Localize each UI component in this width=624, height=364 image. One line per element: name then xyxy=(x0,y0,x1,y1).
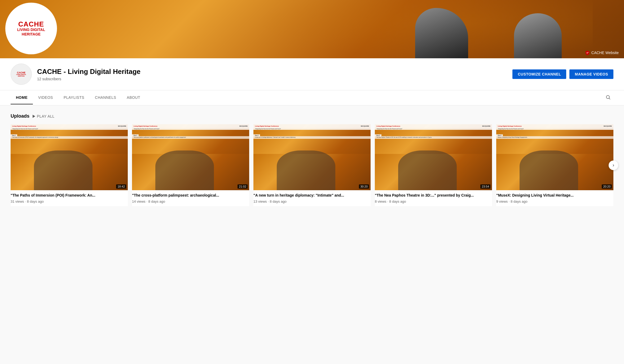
tab-videos[interactable]: VIDEOS xyxy=(33,91,58,104)
channel-subscribers: 12 subscribers xyxy=(37,77,140,81)
video-title-1: "The Paths of Immersion (POI) Framework:… xyxy=(11,193,128,198)
banner-logo-cache: CACHE xyxy=(18,21,44,28)
video-title-3: "A new turn in heritage diplomacy: "Inti… xyxy=(253,193,371,198)
thumb-conference-banner-5: Living Digital Heritage Conference MACQU… xyxy=(496,124,613,128)
play-all-label: PLAY ALL xyxy=(37,114,55,118)
thumb-conference-banner-4: Living Digital Heritage Conference MACQU… xyxy=(375,124,492,128)
play-icon xyxy=(33,115,35,118)
video-meta-2: 14 views · 8 days ago xyxy=(132,199,249,203)
video-meta-3: 13 views · 8 days ago xyxy=(253,199,371,203)
video-thumb-1: Living Digital Heritage Conference MACQU… xyxy=(11,124,128,190)
video-duration-5: 20:20 xyxy=(602,184,612,189)
video-title-5: "MuseX: Designing Living Virtual Heritag… xyxy=(496,193,613,198)
tab-home[interactable]: HOME xyxy=(11,91,33,104)
video-thumb-5: Living Digital Heritage Conference MACQU… xyxy=(496,124,613,190)
video-meta-1: 31 views · 8 days ago xyxy=(11,199,128,203)
channel-info: CACHE LIVING DIGITAL HERITAGE CACHE - Li… xyxy=(11,64,140,85)
video-card-2[interactable]: Living Digital Heritage Conference MACQU… xyxy=(132,124,249,206)
uploads-section-header: Uploads PLAY ALL xyxy=(11,113,613,119)
video-title-4: "The Nea Paphos Theatre in 3D:..." prese… xyxy=(375,193,492,198)
banner: CACHE LIVING DIGITAL HERITAGE CACHE Webs… xyxy=(0,0,624,58)
video-card-5[interactable]: Living Digital Heritage Conference MACQU… xyxy=(496,124,613,206)
banner-logo-sub2: HERITAGE xyxy=(22,32,41,37)
tab-playlists[interactable]: PLAYLISTS xyxy=(58,91,90,104)
channel-header: CACHE LIVING DIGITAL HERITAGE CACHE - Li… xyxy=(0,58,624,90)
avatar-sub2: HERITAGE xyxy=(18,76,24,77)
search-icon[interactable] xyxy=(603,90,613,105)
channel-nav: HOME VIDEOS PLAYLISTS CHANNELS ABOUT xyxy=(0,90,624,105)
video-meta-5: 9 views · 8 days ago xyxy=(496,199,613,203)
banner-logo-sub1: LIVING DIGITAL xyxy=(17,28,45,32)
video-duration-4: 23:54 xyxy=(480,184,490,189)
tab-channels[interactable]: CHANNELS xyxy=(90,91,121,104)
cache-website-link[interactable]: CACHE Website xyxy=(585,50,619,55)
uploads-title: Uploads xyxy=(11,113,29,119)
video-duration-3: 30:20 xyxy=(359,184,369,189)
video-card-3[interactable]: Living Digital Heritage Conference MACQU… xyxy=(253,124,371,206)
videos-row: Living Digital Heritage Conference MACQU… xyxy=(11,124,613,206)
video-duration-2: 21:02 xyxy=(238,184,248,189)
video-info-2: "The cross-platform palimpsest: archaeol… xyxy=(132,190,249,206)
videos-container: Living Digital Heritage Conference MACQU… xyxy=(11,124,613,206)
website-label: CACHE Website xyxy=(591,51,619,55)
next-arrow-button[interactable]: › xyxy=(609,161,618,170)
customize-channel-button[interactable]: CUSTOMIZE CHANNEL xyxy=(512,69,566,79)
video-card-1[interactable]: Living Digital Heritage Conference MACQU… xyxy=(11,124,128,206)
video-duration-1: 18:42 xyxy=(116,184,126,189)
manage-videos-button[interactable]: MANAGE VIDEOS xyxy=(569,69,613,79)
channel-name: CACHE - Living Digital Heritage xyxy=(37,68,140,76)
banner-background: CACHE LIVING DIGITAL HERITAGE CACHE Webs… xyxy=(0,0,624,58)
video-info-4: "The Nea Paphos Theatre in 3D:..." prese… xyxy=(375,190,492,206)
thumb-conference-banner-1: Living Digital Heritage Conference MACQU… xyxy=(11,124,128,128)
channel-avatar: CACHE LIVING DIGITAL HERITAGE xyxy=(11,64,32,85)
banner-person2 xyxy=(514,13,562,58)
banner-logo-circle: CACHE LIVING DIGITAL HERITAGE xyxy=(5,3,57,54)
thumb-conference-banner-2: Living Digital Heritage Conference MACQU… xyxy=(132,124,249,128)
video-info-3: "A new turn in heritage diplomacy: "Inti… xyxy=(253,190,371,206)
video-card-4[interactable]: Living Digital Heritage Conference MACQU… xyxy=(375,124,492,206)
tab-about[interactable]: ABOUT xyxy=(121,91,146,104)
svg-point-0 xyxy=(606,95,609,99)
video-thumb-2: Living Digital Heritage Conference MACQU… xyxy=(132,124,249,190)
video-info-5: "MuseX: Designing Living Virtual Heritag… xyxy=(496,190,613,206)
thumb-conference-banner-3: Living Digital Heritage Conference MACQU… xyxy=(253,124,371,128)
video-thumb-3: Living Digital Heritage Conference MACQU… xyxy=(253,124,371,190)
main-content: Uploads PLAY ALL Living Digital Heritage… xyxy=(0,105,624,214)
video-title-2: "The cross-platform palimpsest: archaeol… xyxy=(132,193,249,198)
video-info-1: "The Paths of Immersion (POI) Framework:… xyxy=(11,190,128,206)
shield-icon xyxy=(585,50,590,55)
channel-actions: CUSTOMIZE CHANNEL MANAGE VIDEOS xyxy=(512,69,613,79)
video-meta-4: 8 views · 8 days ago xyxy=(375,199,492,203)
video-thumb-4: Living Digital Heritage Conference MACQU… xyxy=(375,124,492,190)
play-all-button[interactable]: PLAY ALL xyxy=(33,114,55,118)
channel-name-block: CACHE - Living Digital Heritage 12 subsc… xyxy=(37,68,140,81)
svg-line-1 xyxy=(609,98,610,99)
